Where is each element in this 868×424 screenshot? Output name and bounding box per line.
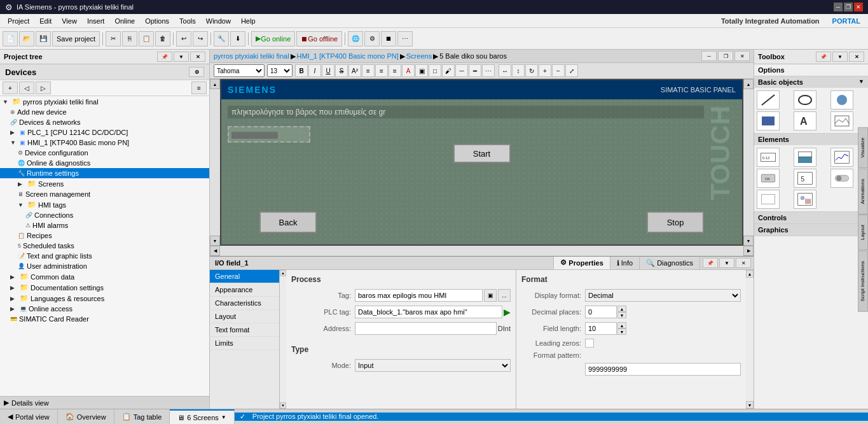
more-btn[interactable]: ⋯	[397, 31, 413, 46]
menu-options[interactable]: Options	[140, 16, 174, 26]
line-style-btn[interactable]: ─	[455, 64, 468, 77]
tool-io-field[interactable]: 0.12	[757, 148, 780, 167]
paint-btn[interactable]: 🖌	[442, 64, 455, 77]
nav-appearance[interactable]: Appearance	[210, 283, 279, 297]
tree-config-btn[interactable]: ≡	[191, 81, 207, 94]
rotate-btn[interactable]: ↻	[525, 64, 538, 77]
prop-scroll-down[interactable]: ▼	[746, 401, 754, 409]
align-center-btn[interactable]: ≡	[375, 64, 388, 77]
portal-view-btn[interactable]: ◀ Portal view	[0, 409, 58, 424]
tree-hmi1[interactable]: ▼ ▣ HMI_1 [KTP400 Basic mono PN]	[0, 138, 209, 148]
font-selector[interactable]: Tahoma	[214, 64, 265, 77]
align-left-btn[interactable]: ≡	[362, 64, 375, 77]
underline-btn[interactable]: U	[322, 64, 334, 77]
go-offline-btn[interactable]: ⏹ Go offline	[296, 31, 342, 46]
tree-forward-btn[interactable]: ▷	[36, 81, 51, 94]
tab-diagnostics[interactable]: 🔍 Diagnostics	[640, 257, 700, 269]
format-pattern-input[interactable]	[585, 363, 741, 376]
tree-pin-btn[interactable]: 📌	[157, 52, 172, 62]
field-length-spin-down[interactable]: ▼	[617, 329, 626, 335]
new-btn[interactable]: 📄	[3, 31, 18, 46]
tree-add-btn[interactable]: +	[3, 81, 18, 94]
close-btn[interactable]: ✕	[854, 3, 863, 11]
toolbox-close-btn[interactable]: ✕	[849, 52, 864, 62]
tree-expand-btn[interactable]: ▼	[174, 52, 189, 62]
tree-online-access[interactable]: ▶ 💻 Online access	[0, 304, 209, 314]
tree-back-btn[interactable]: ◁	[19, 81, 34, 94]
restore-btn[interactable]: ❐	[844, 3, 853, 11]
hmi-stop-button[interactable]: Stop	[647, 211, 704, 233]
display-format-select[interactable]: Decimal	[585, 289, 741, 302]
tag-dots-btn[interactable]: ...	[498, 289, 511, 302]
minimize-center-btn[interactable]: ─	[701, 51, 717, 61]
undo-btn[interactable]: ↩	[176, 31, 191, 46]
menu-window[interactable]: Window	[201, 16, 236, 26]
align-right-btn[interactable]: ≡	[389, 64, 401, 77]
address-input[interactable]	[355, 322, 497, 335]
devices-section-header[interactable]: Devices ⚙	[0, 64, 209, 80]
tool-switch[interactable]	[830, 169, 853, 188]
vtab-visualize[interactable]: Visualize	[858, 127, 868, 168]
prop-scroll-up[interactable]: ▲	[746, 270, 754, 278]
go-online-btn[interactable]: ▶ Go online	[251, 31, 295, 46]
canvas-vscroll-track[interactable]	[210, 89, 220, 236]
tree-hmi-alarms[interactable]: ⚠ HMI alarms	[0, 220, 209, 230]
settings-btn[interactable]: ⚙	[364, 31, 380, 46]
stop-device-btn[interactable]: ⏹	[381, 31, 396, 46]
tree-recipes[interactable]: 📋 Recipes	[0, 230, 209, 241]
tab-properties[interactable]: ⚙ Properties	[554, 257, 610, 269]
tree-add-device[interactable]: ⊕ Add new device	[0, 107, 209, 117]
tree-device-config[interactable]: ⚙ Device configuration	[0, 148, 209, 158]
zoom-fit-btn[interactable]: ⤢	[565, 64, 578, 77]
tag-input[interactable]	[355, 289, 483, 302]
tree-text-graphic[interactable]: 📝 Text and graphic lists	[0, 251, 209, 261]
tree-hmi-tags[interactable]: ▼ 📁 HMI tags	[0, 199, 209, 210]
leading-zeros-checkbox[interactable]	[585, 339, 594, 348]
rscroll-down-btn[interactable]: ▼	[743, 236, 754, 246]
toolbox-expand-btn[interactable]: ▼	[832, 52, 848, 62]
menu-help[interactable]: Help	[236, 16, 261, 26]
controls-header[interactable]: Controls ▶	[754, 212, 868, 223]
tree-runtime-settings[interactable]: 🔧 Runtime settings	[0, 168, 209, 178]
tree-simatic-card[interactable]: 💳 SIMATIC Card Reader	[0, 314, 209, 324]
tool-text[interactable]: A	[794, 111, 816, 131]
network-btn[interactable]: 🌐	[348, 31, 363, 46]
bold-btn[interactable]: B	[295, 64, 308, 77]
elements-header[interactable]: Elements ▼	[754, 134, 868, 145]
menu-online[interactable]: Online	[109, 16, 140, 26]
hmi-back-button[interactable]: Back	[259, 211, 317, 233]
nav-characteristics[interactable]: Characteristics	[210, 297, 279, 310]
tree-online-diag[interactable]: 🌐 Online & diagnostics	[0, 158, 209, 168]
tree-scheduled-tasks[interactable]: 5 Scheduled tasks	[0, 241, 209, 251]
font-color-btn[interactable]: A	[402, 64, 415, 77]
tool-blank[interactable]	[757, 190, 780, 209]
field-length-spin-up[interactable]: ▲	[617, 322, 626, 329]
tool-number5[interactable]: 5	[794, 169, 816, 188]
tool-rectangle[interactable]	[757, 111, 780, 131]
close-center-btn[interactable]: ✕	[734, 51, 750, 61]
basic-objects-header[interactable]: Basic objects ▼	[754, 76, 868, 88]
prop-expand-btn[interactable]: ▼	[719, 258, 734, 268]
tool-trend[interactable]	[830, 148, 853, 167]
tree-plc1[interactable]: ▶ ▣ PLC_1 [CPU 1214C DC/DC/DC]	[0, 127, 209, 138]
strikethrough-btn[interactable]: S	[335, 64, 348, 77]
download-btn[interactable]: ⬇	[230, 31, 245, 46]
plc-tag-input[interactable]	[355, 306, 502, 318]
tree-common-data[interactable]: ▶ 📁 Common data	[0, 271, 209, 282]
save-project-btn[interactable]: Save project	[52, 31, 100, 46]
more-format-btn[interactable]: ⋯	[482, 64, 495, 77]
redo-btn[interactable]: ↪	[193, 31, 208, 46]
tool-circle[interactable]	[830, 90, 853, 110]
hmi-start-button[interactable]: Start	[453, 144, 511, 163]
copy-btn[interactable]: ⎘	[122, 31, 137, 46]
tree-devices-networks[interactable]: 🔗 Devices & networks	[0, 117, 209, 127]
tool-bar[interactable]	[794, 148, 816, 167]
nav-general[interactable]: General	[210, 270, 279, 283]
compile-btn[interactable]: 🔧	[214, 31, 229, 46]
tag-browse-btn[interactable]: ▣	[484, 289, 497, 302]
decimal-spin-up[interactable]: ▲	[617, 306, 626, 312]
devices-settings-btn[interactable]: ⚙	[189, 67, 204, 77]
vtab-animations[interactable]: Animations	[858, 169, 868, 215]
graphics-header[interactable]: Graphics ▶	[754, 224, 868, 236]
superscript-btn[interactable]: A²	[348, 64, 361, 77]
